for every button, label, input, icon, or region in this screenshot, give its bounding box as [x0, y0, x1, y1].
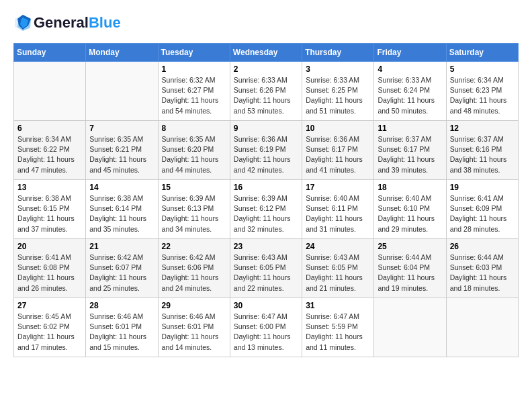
calendar-cell: 25Sunrise: 6:44 AM Sunset: 6:04 PM Dayli… [374, 239, 446, 298]
day-number: 4 [378, 64, 442, 74]
day-number: 13 [17, 183, 82, 192]
calendar-cell: 23Sunrise: 6:43 AM Sunset: 6:05 PM Dayli… [230, 239, 302, 298]
calendar-week-2: 6Sunrise: 6:34 AM Sunset: 6:22 PM Daylig… [14, 121, 519, 180]
calendar-cell: 26Sunrise: 6:44 AM Sunset: 6:03 PM Dayli… [446, 239, 518, 298]
calendar-cell [86, 62, 158, 121]
day-info: Sunrise: 6:45 AM Sunset: 6:02 PM Dayligh… [17, 312, 82, 353]
calendar-cell: 27Sunrise: 6:45 AM Sunset: 6:02 PM Dayli… [14, 298, 86, 357]
calendar-cell: 20Sunrise: 6:41 AM Sunset: 6:08 PM Dayli… [14, 239, 86, 298]
logo: GeneralBlue [13, 13, 121, 32]
calendar-cell: 4Sunrise: 6:33 AM Sunset: 6:24 PM Daylig… [374, 62, 446, 121]
day-info: Sunrise: 6:46 AM Sunset: 6:01 PM Dayligh… [89, 312, 154, 353]
calendar-cell: 28Sunrise: 6:46 AM Sunset: 6:01 PM Dayli… [86, 298, 158, 357]
calendar-cell: 22Sunrise: 6:42 AM Sunset: 6:06 PM Dayli… [158, 239, 230, 298]
calendar-cell: 10Sunrise: 6:36 AM Sunset: 6:17 PM Dayli… [302, 121, 374, 180]
day-number: 9 [234, 124, 298, 133]
day-number: 15 [162, 183, 226, 192]
day-number: 10 [306, 124, 370, 133]
calendar-week-5: 27Sunrise: 6:45 AM Sunset: 6:02 PM Dayli… [14, 298, 519, 357]
day-number: 16 [234, 183, 298, 192]
calendar-cell: 21Sunrise: 6:42 AM Sunset: 6:07 PM Dayli… [86, 239, 158, 298]
calendar-cell: 13Sunrise: 6:38 AM Sunset: 6:15 PM Dayli… [14, 180, 86, 239]
calendar-cell: 2Sunrise: 6:33 AM Sunset: 6:26 PM Daylig… [230, 62, 302, 121]
day-number: 5 [450, 64, 515, 74]
day-info: Sunrise: 6:44 AM Sunset: 6:03 PM Dayligh… [450, 253, 515, 293]
day-number: 22 [162, 242, 226, 251]
day-info: Sunrise: 6:39 AM Sunset: 6:12 PM Dayligh… [234, 193, 298, 234]
logo-icon [13, 13, 32, 32]
day-info: Sunrise: 6:36 AM Sunset: 6:17 PM Dayligh… [306, 134, 370, 175]
calendar-week-1: 1Sunrise: 6:32 AM Sunset: 6:27 PM Daylig… [14, 62, 519, 121]
weekday-header-thursday: Thursday [302, 44, 374, 62]
weekday-header-sunday: Sunday [14, 44, 86, 62]
day-info: Sunrise: 6:32 AM Sunset: 6:27 PM Dayligh… [162, 75, 226, 116]
weekday-header-row: SundayMondayTuesdayWednesdayThursdayFrid… [14, 44, 519, 62]
day-info: Sunrise: 6:38 AM Sunset: 6:14 PM Dayligh… [89, 193, 154, 234]
day-info: Sunrise: 6:39 AM Sunset: 6:13 PM Dayligh… [162, 193, 226, 234]
day-info: Sunrise: 6:42 AM Sunset: 6:06 PM Dayligh… [162, 253, 226, 293]
day-number: 20 [17, 242, 82, 251]
day-number: 18 [378, 183, 442, 192]
day-number: 1 [162, 64, 226, 74]
day-info: Sunrise: 6:37 AM Sunset: 6:17 PM Dayligh… [378, 134, 442, 175]
weekday-header-saturday: Saturday [446, 44, 518, 62]
day-number: 12 [450, 124, 515, 133]
day-number: 29 [162, 301, 226, 310]
day-number: 6 [17, 124, 82, 133]
calendar-table: SundayMondayTuesdayWednesdayThursdayFrid… [13, 43, 519, 357]
day-info: Sunrise: 6:40 AM Sunset: 6:11 PM Dayligh… [306, 193, 370, 234]
day-info: Sunrise: 6:41 AM Sunset: 6:09 PM Dayligh… [450, 193, 515, 234]
weekday-header-friday: Friday [374, 44, 446, 62]
day-info: Sunrise: 6:46 AM Sunset: 6:01 PM Dayligh… [162, 312, 226, 353]
day-number: 19 [450, 183, 515, 192]
day-number: 31 [306, 301, 370, 310]
calendar-cell: 9Sunrise: 6:36 AM Sunset: 6:19 PM Daylig… [230, 121, 302, 180]
day-info: Sunrise: 6:37 AM Sunset: 6:16 PM Dayligh… [450, 134, 515, 175]
day-info: Sunrise: 6:33 AM Sunset: 6:25 PM Dayligh… [306, 75, 370, 116]
day-number: 24 [306, 242, 370, 251]
calendar-week-4: 20Sunrise: 6:41 AM Sunset: 6:08 PM Dayli… [14, 239, 519, 298]
day-info: Sunrise: 6:42 AM Sunset: 6:07 PM Dayligh… [89, 253, 154, 293]
calendar-cell: 7Sunrise: 6:35 AM Sunset: 6:21 PM Daylig… [86, 121, 158, 180]
calendar-cell: 12Sunrise: 6:37 AM Sunset: 6:16 PM Dayli… [446, 121, 518, 180]
calendar-cell [374, 298, 446, 357]
day-info: Sunrise: 6:33 AM Sunset: 6:26 PM Dayligh… [234, 75, 298, 116]
day-info: Sunrise: 6:34 AM Sunset: 6:22 PM Dayligh… [17, 134, 82, 175]
day-info: Sunrise: 6:43 AM Sunset: 6:05 PM Dayligh… [306, 253, 370, 293]
weekday-header-monday: Monday [86, 44, 158, 62]
day-info: Sunrise: 6:43 AM Sunset: 6:05 PM Dayligh… [234, 253, 298, 293]
calendar-cell: 30Sunrise: 6:47 AM Sunset: 6:00 PM Dayli… [230, 298, 302, 357]
calendar-cell: 8Sunrise: 6:35 AM Sunset: 6:20 PM Daylig… [158, 121, 230, 180]
calendar-cell: 14Sunrise: 6:38 AM Sunset: 6:14 PM Dayli… [86, 180, 158, 239]
calendar-cell: 29Sunrise: 6:46 AM Sunset: 6:01 PM Dayli… [158, 298, 230, 357]
calendar-cell: 1Sunrise: 6:32 AM Sunset: 6:27 PM Daylig… [158, 62, 230, 121]
day-info: Sunrise: 6:38 AM Sunset: 6:15 PM Dayligh… [17, 193, 82, 234]
calendar-cell: 6Sunrise: 6:34 AM Sunset: 6:22 PM Daylig… [14, 121, 86, 180]
day-info: Sunrise: 6:36 AM Sunset: 6:19 PM Dayligh… [234, 134, 298, 175]
day-info: Sunrise: 6:41 AM Sunset: 6:08 PM Dayligh… [17, 253, 82, 293]
calendar-cell: 16Sunrise: 6:39 AM Sunset: 6:12 PM Dayli… [230, 180, 302, 239]
weekday-header-tuesday: Tuesday [158, 44, 230, 62]
day-number: 28 [89, 301, 154, 310]
calendar-cell: 5Sunrise: 6:34 AM Sunset: 6:23 PM Daylig… [446, 62, 518, 121]
day-info: Sunrise: 6:34 AM Sunset: 6:23 PM Dayligh… [450, 75, 515, 116]
day-number: 3 [306, 64, 370, 74]
day-number: 25 [378, 242, 442, 251]
day-number: 27 [17, 301, 82, 310]
day-number: 30 [234, 301, 298, 310]
weekday-header-wednesday: Wednesday [230, 44, 302, 62]
day-number: 21 [89, 242, 154, 251]
day-number: 8 [162, 124, 226, 133]
calendar-cell: 3Sunrise: 6:33 AM Sunset: 6:25 PM Daylig… [302, 62, 374, 121]
day-info: Sunrise: 6:47 AM Sunset: 6:00 PM Dayligh… [234, 312, 298, 353]
calendar-cell: 11Sunrise: 6:37 AM Sunset: 6:17 PM Dayli… [374, 121, 446, 180]
calendar-cell: 31Sunrise: 6:47 AM Sunset: 5:59 PM Dayli… [302, 298, 374, 357]
day-number: 2 [234, 64, 298, 74]
calendar-cell: 19Sunrise: 6:41 AM Sunset: 6:09 PM Dayli… [446, 180, 518, 239]
page-header: GeneralBlue [13, 13, 519, 32]
calendar-cell: 15Sunrise: 6:39 AM Sunset: 6:13 PM Dayli… [158, 180, 230, 239]
day-number: 17 [306, 183, 370, 192]
calendar-cell: 24Sunrise: 6:43 AM Sunset: 6:05 PM Dayli… [302, 239, 374, 298]
day-info: Sunrise: 6:35 AM Sunset: 6:21 PM Dayligh… [89, 134, 154, 175]
day-number: 26 [450, 242, 515, 251]
